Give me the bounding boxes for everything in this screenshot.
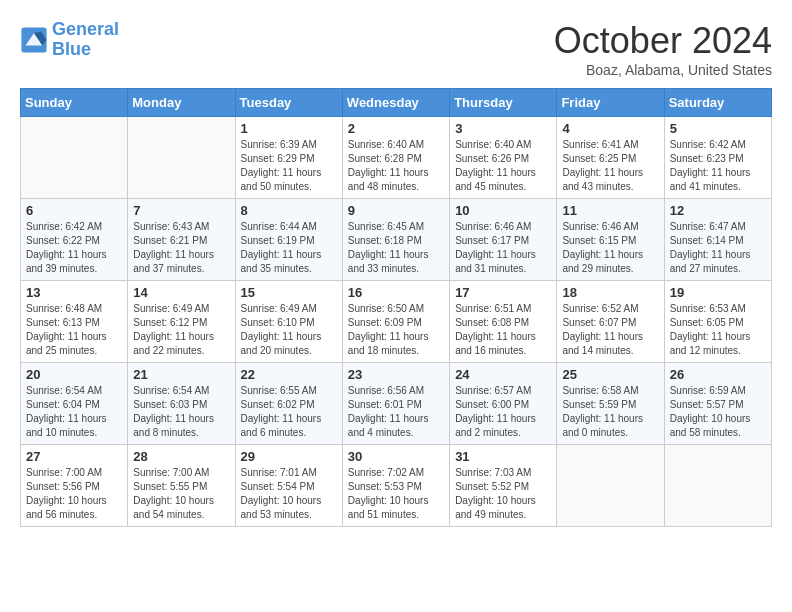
calendar-cell: 16Sunrise: 6:50 AM Sunset: 6:09 PM Dayli…	[342, 281, 449, 363]
day-info: Sunrise: 7:00 AM Sunset: 5:55 PM Dayligh…	[133, 466, 229, 522]
day-number: 11	[562, 203, 658, 218]
title-block: October 2024 Boaz, Alabama, United State…	[554, 20, 772, 78]
week-row-5: 27Sunrise: 7:00 AM Sunset: 5:56 PM Dayli…	[21, 445, 772, 527]
logo: General Blue	[20, 20, 119, 60]
day-number: 18	[562, 285, 658, 300]
calendar-cell: 25Sunrise: 6:58 AM Sunset: 5:59 PM Dayli…	[557, 363, 664, 445]
day-number: 2	[348, 121, 444, 136]
day-number: 30	[348, 449, 444, 464]
day-info: Sunrise: 6:42 AM Sunset: 6:22 PM Dayligh…	[26, 220, 122, 276]
month-title: October 2024	[554, 20, 772, 62]
day-number: 12	[670, 203, 766, 218]
day-info: Sunrise: 6:49 AM Sunset: 6:10 PM Dayligh…	[241, 302, 337, 358]
day-info: Sunrise: 6:55 AM Sunset: 6:02 PM Dayligh…	[241, 384, 337, 440]
column-header-thursday: Thursday	[450, 89, 557, 117]
calendar-cell: 1Sunrise: 6:39 AM Sunset: 6:29 PM Daylig…	[235, 117, 342, 199]
logo-line2: Blue	[52, 39, 91, 59]
calendar-cell: 17Sunrise: 6:51 AM Sunset: 6:08 PM Dayli…	[450, 281, 557, 363]
calendar-cell: 8Sunrise: 6:44 AM Sunset: 6:19 PM Daylig…	[235, 199, 342, 281]
day-number: 14	[133, 285, 229, 300]
day-number: 3	[455, 121, 551, 136]
day-info: Sunrise: 7:00 AM Sunset: 5:56 PM Dayligh…	[26, 466, 122, 522]
day-info: Sunrise: 6:54 AM Sunset: 6:04 PM Dayligh…	[26, 384, 122, 440]
week-row-1: 1Sunrise: 6:39 AM Sunset: 6:29 PM Daylig…	[21, 117, 772, 199]
calendar-cell: 7Sunrise: 6:43 AM Sunset: 6:21 PM Daylig…	[128, 199, 235, 281]
day-number: 1	[241, 121, 337, 136]
day-number: 31	[455, 449, 551, 464]
day-info: Sunrise: 6:59 AM Sunset: 5:57 PM Dayligh…	[670, 384, 766, 440]
calendar-cell: 4Sunrise: 6:41 AM Sunset: 6:25 PM Daylig…	[557, 117, 664, 199]
day-number: 7	[133, 203, 229, 218]
day-number: 9	[348, 203, 444, 218]
logo-line1: General	[52, 19, 119, 39]
calendar-cell: 27Sunrise: 7:00 AM Sunset: 5:56 PM Dayli…	[21, 445, 128, 527]
day-number: 29	[241, 449, 337, 464]
day-info: Sunrise: 6:53 AM Sunset: 6:05 PM Dayligh…	[670, 302, 766, 358]
day-info: Sunrise: 6:48 AM Sunset: 6:13 PM Dayligh…	[26, 302, 122, 358]
day-info: Sunrise: 6:41 AM Sunset: 6:25 PM Dayligh…	[562, 138, 658, 194]
day-info: Sunrise: 6:40 AM Sunset: 6:28 PM Dayligh…	[348, 138, 444, 194]
location: Boaz, Alabama, United States	[554, 62, 772, 78]
day-number: 16	[348, 285, 444, 300]
day-info: Sunrise: 6:50 AM Sunset: 6:09 PM Dayligh…	[348, 302, 444, 358]
day-number: 26	[670, 367, 766, 382]
day-number: 15	[241, 285, 337, 300]
calendar-cell: 22Sunrise: 6:55 AM Sunset: 6:02 PM Dayli…	[235, 363, 342, 445]
day-number: 25	[562, 367, 658, 382]
day-info: Sunrise: 6:49 AM Sunset: 6:12 PM Dayligh…	[133, 302, 229, 358]
week-row-3: 13Sunrise: 6:48 AM Sunset: 6:13 PM Dayli…	[21, 281, 772, 363]
logo-icon	[20, 26, 48, 54]
day-number: 8	[241, 203, 337, 218]
calendar-cell	[664, 445, 771, 527]
calendar-cell: 24Sunrise: 6:57 AM Sunset: 6:00 PM Dayli…	[450, 363, 557, 445]
calendar-cell: 21Sunrise: 6:54 AM Sunset: 6:03 PM Dayli…	[128, 363, 235, 445]
calendar-cell: 15Sunrise: 6:49 AM Sunset: 6:10 PM Dayli…	[235, 281, 342, 363]
calendar-cell: 14Sunrise: 6:49 AM Sunset: 6:12 PM Dayli…	[128, 281, 235, 363]
calendar-cell: 30Sunrise: 7:02 AM Sunset: 5:53 PM Dayli…	[342, 445, 449, 527]
day-info: Sunrise: 6:45 AM Sunset: 6:18 PM Dayligh…	[348, 220, 444, 276]
day-info: Sunrise: 6:52 AM Sunset: 6:07 PM Dayligh…	[562, 302, 658, 358]
calendar-cell: 10Sunrise: 6:46 AM Sunset: 6:17 PM Dayli…	[450, 199, 557, 281]
day-info: Sunrise: 6:57 AM Sunset: 6:00 PM Dayligh…	[455, 384, 551, 440]
calendar-cell: 29Sunrise: 7:01 AM Sunset: 5:54 PM Dayli…	[235, 445, 342, 527]
day-number: 13	[26, 285, 122, 300]
calendar-cell: 3Sunrise: 6:40 AM Sunset: 6:26 PM Daylig…	[450, 117, 557, 199]
calendar-cell: 5Sunrise: 6:42 AM Sunset: 6:23 PM Daylig…	[664, 117, 771, 199]
day-info: Sunrise: 6:47 AM Sunset: 6:14 PM Dayligh…	[670, 220, 766, 276]
day-info: Sunrise: 6:44 AM Sunset: 6:19 PM Dayligh…	[241, 220, 337, 276]
calendar-cell: 18Sunrise: 6:52 AM Sunset: 6:07 PM Dayli…	[557, 281, 664, 363]
day-number: 4	[562, 121, 658, 136]
week-row-4: 20Sunrise: 6:54 AM Sunset: 6:04 PM Dayli…	[21, 363, 772, 445]
calendar-cell: 12Sunrise: 6:47 AM Sunset: 6:14 PM Dayli…	[664, 199, 771, 281]
day-info: Sunrise: 6:46 AM Sunset: 6:17 PM Dayligh…	[455, 220, 551, 276]
day-info: Sunrise: 6:43 AM Sunset: 6:21 PM Dayligh…	[133, 220, 229, 276]
day-info: Sunrise: 7:03 AM Sunset: 5:52 PM Dayligh…	[455, 466, 551, 522]
day-info: Sunrise: 6:42 AM Sunset: 6:23 PM Dayligh…	[670, 138, 766, 194]
week-row-2: 6Sunrise: 6:42 AM Sunset: 6:22 PM Daylig…	[21, 199, 772, 281]
day-number: 23	[348, 367, 444, 382]
calendar-cell: 9Sunrise: 6:45 AM Sunset: 6:18 PM Daylig…	[342, 199, 449, 281]
day-info: Sunrise: 6:56 AM Sunset: 6:01 PM Dayligh…	[348, 384, 444, 440]
column-header-sunday: Sunday	[21, 89, 128, 117]
column-header-tuesday: Tuesday	[235, 89, 342, 117]
day-number: 22	[241, 367, 337, 382]
day-info: Sunrise: 6:51 AM Sunset: 6:08 PM Dayligh…	[455, 302, 551, 358]
day-number: 24	[455, 367, 551, 382]
day-number: 17	[455, 285, 551, 300]
calendar-cell: 28Sunrise: 7:00 AM Sunset: 5:55 PM Dayli…	[128, 445, 235, 527]
calendar-cell: 31Sunrise: 7:03 AM Sunset: 5:52 PM Dayli…	[450, 445, 557, 527]
calendar-cell: 2Sunrise: 6:40 AM Sunset: 6:28 PM Daylig…	[342, 117, 449, 199]
column-header-wednesday: Wednesday	[342, 89, 449, 117]
day-number: 19	[670, 285, 766, 300]
column-header-saturday: Saturday	[664, 89, 771, 117]
calendar-table: SundayMondayTuesdayWednesdayThursdayFrid…	[20, 88, 772, 527]
calendar-cell: 11Sunrise: 6:46 AM Sunset: 6:15 PM Dayli…	[557, 199, 664, 281]
day-number: 10	[455, 203, 551, 218]
day-info: Sunrise: 7:02 AM Sunset: 5:53 PM Dayligh…	[348, 466, 444, 522]
logo-text: General Blue	[52, 20, 119, 60]
day-info: Sunrise: 6:54 AM Sunset: 6:03 PM Dayligh…	[133, 384, 229, 440]
day-info: Sunrise: 6:40 AM Sunset: 6:26 PM Dayligh…	[455, 138, 551, 194]
calendar-cell: 13Sunrise: 6:48 AM Sunset: 6:13 PM Dayli…	[21, 281, 128, 363]
day-number: 6	[26, 203, 122, 218]
day-info: Sunrise: 6:39 AM Sunset: 6:29 PM Dayligh…	[241, 138, 337, 194]
